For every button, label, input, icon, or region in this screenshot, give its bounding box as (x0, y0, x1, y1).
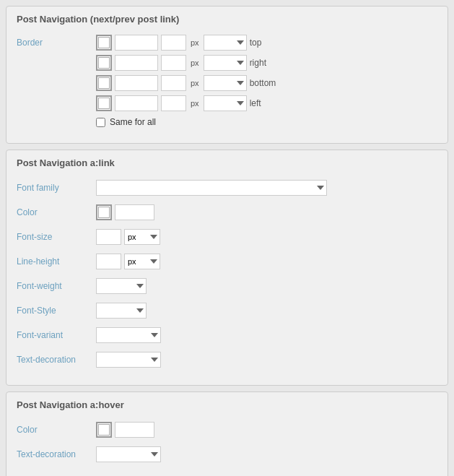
border-top-row: px soliddasheddotted top (96, 35, 279, 51)
border-right-style-select[interactable]: soliddasheddotted (204, 55, 247, 71)
post-nav-ahover-section: Post Navigation a:hover Color Text-decor… (6, 391, 448, 476)
ahover-text-decoration-label: Text-decoration (17, 449, 96, 459)
line-height-row: Line-height pxem% (17, 252, 437, 271)
border-bottom-side-label: bottom (250, 78, 279, 88)
alink-text-decoration-label: Text-decoration (17, 355, 96, 365)
alink-text-decoration-select[interactable]: noneunderlineoverlineline-through (96, 352, 161, 368)
alink-color-picker[interactable] (96, 204, 112, 220)
font-size-input[interactable] (96, 229, 121, 245)
ahover-color-picker[interactable] (96, 422, 112, 438)
font-family-label: Font family (17, 183, 96, 193)
border-right-px: px (191, 59, 199, 67)
border-top-side-label: top (250, 38, 279, 48)
font-family-row: Font family ArialHelveticaGeorgiaTimes N… (17, 178, 437, 197)
border-top-color-input[interactable] (115, 35, 158, 51)
font-variant-label: Font-variant (17, 330, 96, 340)
border-right-color-input[interactable] (115, 55, 158, 71)
border-bottom-px: px (191, 79, 199, 87)
border-top-style-select[interactable]: soliddasheddotted (204, 35, 247, 51)
post-nav-ahover-title: Post Navigation a:hover (17, 399, 437, 413)
font-size-row: Font-size pxem% (17, 228, 437, 246)
border-bottom-row: px soliddasheddotted bottom (96, 75, 279, 91)
font-weight-row: Font-weight normalboldbolderlighter (17, 277, 437, 295)
ahover-color-label: Color (17, 425, 96, 435)
border-label: Border (17, 35, 96, 48)
border-left-px: px (191, 99, 199, 108)
border-bottom-color-picker[interactable] (96, 75, 112, 91)
same-for-all-checkbox[interactable] (96, 118, 105, 127)
font-size-unit-select[interactable]: pxem% (124, 229, 160, 245)
ahover-color-input[interactable] (115, 422, 154, 438)
font-style-select[interactable]: normalitalicoblique (96, 303, 147, 319)
post-navigation-title: Post Navigation (next/prev post link) (17, 14, 437, 27)
border-top-px: px (191, 38, 199, 47)
alink-color-row: Color (17, 203, 437, 222)
same-for-all-label[interactable]: Same for all (110, 117, 156, 127)
post-nav-alink-section: Post Navigation a:link Font family Arial… (6, 150, 448, 386)
line-height-label: Line-height (17, 256, 96, 267)
font-weight-label: Font-weight (17, 281, 96, 291)
border-right-side-label: right (250, 58, 279, 68)
border-left-color-picker[interactable] (96, 95, 112, 111)
ahover-color-row: Color (17, 420, 437, 439)
alink-text-decoration-row: Text-decoration noneunderlineoverlinelin… (17, 350, 437, 369)
post-nav-alink-title: Post Navigation a:link (17, 157, 437, 171)
border-left-row: px soliddasheddotted left (96, 95, 279, 111)
border-left-side-label: left (250, 98, 279, 108)
border-left-color-input[interactable] (115, 95, 158, 111)
font-weight-select[interactable]: normalboldbolderlighter (96, 278, 147, 294)
alink-color-label: Color (17, 207, 96, 217)
border-bottom-style-select[interactable]: soliddasheddotted (204, 75, 247, 91)
font-style-label: Font-Style (17, 306, 96, 316)
post-navigation-section: Post Navigation (next/prev post link) Bo… (6, 6, 448, 144)
border-bottom-color-input[interactable] (115, 75, 158, 91)
alink-color-input[interactable] (115, 204, 154, 220)
same-for-all-row: Same for all (96, 117, 279, 127)
ahover-text-decoration-select[interactable]: noneunderlineoverlineline-through (96, 446, 161, 462)
ahover-text-decoration-row: Text-decoration noneunderlineoverlinelin… (17, 445, 437, 464)
border-row-group: Border px soliddasheddotted top px (17, 35, 437, 127)
font-family-select[interactable]: ArialHelveticaGeorgiaTimes New Roman (96, 180, 327, 196)
border-top-width-input[interactable] (161, 35, 186, 51)
border-left-width-input[interactable] (161, 95, 186, 111)
border-right-width-input[interactable] (161, 55, 186, 71)
font-size-label: Font-size (17, 232, 96, 242)
border-right-row: px soliddasheddotted right (96, 55, 279, 71)
line-height-unit-select[interactable]: pxem% (124, 254, 160, 269)
border-right-color-picker[interactable] (96, 55, 112, 71)
border-left-style-select[interactable]: soliddasheddotted (204, 95, 247, 111)
border-top-color-picker[interactable] (96, 35, 112, 51)
line-height-input[interactable] (96, 254, 121, 269)
border-bottom-width-input[interactable] (161, 75, 186, 91)
font-variant-row: Font-variant normalsmall-caps (17, 326, 437, 345)
font-style-row: Font-Style normalitalicoblique (17, 301, 437, 320)
font-variant-select[interactable]: normalsmall-caps (96, 327, 161, 343)
